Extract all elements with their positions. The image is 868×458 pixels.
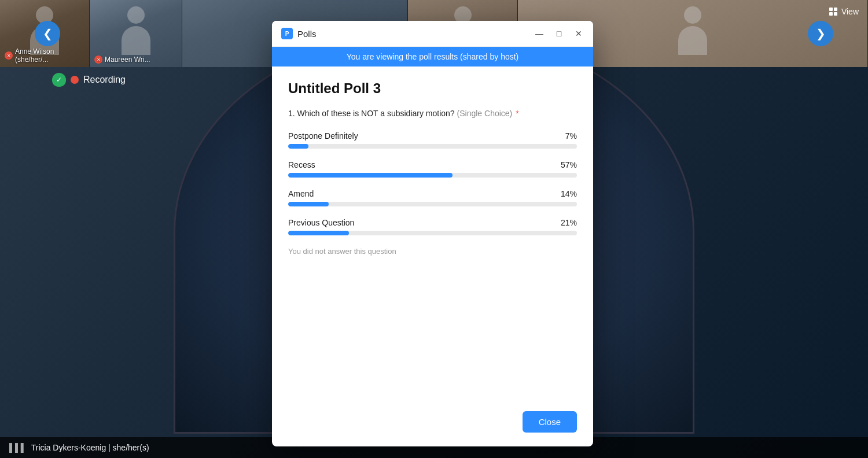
right-chevron-icon: ❯ bbox=[816, 27, 826, 40]
view-button[interactable]: View bbox=[829, 7, 859, 16]
view-label: View bbox=[841, 7, 859, 16]
option-row-4: Previous Question 21% bbox=[288, 218, 577, 227]
svg-rect-2 bbox=[829, 12, 833, 16]
minimize-button[interactable]: — bbox=[534, 28, 545, 39]
participant-name-maureen: Maureen Wri... bbox=[105, 56, 150, 64]
poll-option-1: Postpone Definitely 7% bbox=[288, 131, 577, 149]
view-icon bbox=[829, 7, 838, 16]
recording-label: Recording bbox=[83, 75, 126, 85]
option-percent-4: 21% bbox=[561, 218, 577, 227]
close-button[interactable]: Close bbox=[523, 411, 577, 433]
signal-icon: ▌▌▌ bbox=[9, 443, 27, 452]
maximize-button[interactable]: □ bbox=[554, 28, 564, 39]
svg-rect-1 bbox=[834, 8, 837, 11]
participant-tile-maureen: ✕ Maureen Wri... bbox=[90, 0, 182, 67]
poll-option-3: Amend 14% bbox=[288, 189, 577, 206]
question-type: (Single Choice) bbox=[457, 109, 513, 118]
recording-bar: ✓ Recording bbox=[52, 73, 126, 87]
progress-fill-1 bbox=[288, 144, 308, 149]
nav-arrow-left[interactable]: ❮ bbox=[35, 21, 60, 46]
participant-label-anne: ✕ Anne Wilson (she/her/... bbox=[5, 47, 89, 64]
person-body-5 bbox=[678, 26, 707, 55]
notification-bar: You are viewing the poll results (shared… bbox=[272, 47, 593, 67]
participant-name-anne: Anne Wilson (she/her/... bbox=[15, 47, 89, 64]
notification-text: You are viewing the poll results (shared… bbox=[347, 52, 519, 61]
progress-track-3 bbox=[288, 202, 577, 206]
left-chevron-icon: ❮ bbox=[43, 27, 53, 40]
progress-fill-4 bbox=[288, 231, 349, 235]
option-row-3: Amend 14% bbox=[288, 189, 577, 198]
question-label: 1. Which of these is NOT a subsidiary mo… bbox=[288, 109, 455, 118]
no-answer-text: You did not answer this question bbox=[288, 247, 577, 256]
poll-option-4: Previous Question 21% bbox=[288, 218, 577, 235]
option-label-2: Recess bbox=[288, 160, 315, 169]
option-percent-3: 14% bbox=[561, 189, 577, 198]
person-body-2 bbox=[122, 26, 150, 55]
person-silhouette-5 bbox=[675, 6, 710, 53]
question-text: 1. Which of these is NOT a subsidiary mo… bbox=[288, 108, 577, 120]
progress-fill-2 bbox=[288, 173, 453, 178]
tile-bg-maureen: ✕ Maureen Wri... bbox=[90, 0, 182, 67]
option-label-1: Postpone Definitely bbox=[288, 131, 358, 141]
option-percent-1: 7% bbox=[565, 131, 577, 141]
dialog-titlebar: P Polls — □ ✕ bbox=[272, 21, 593, 47]
svg-rect-3 bbox=[834, 12, 837, 16]
option-label-3: Amend bbox=[288, 189, 314, 198]
dialog-controls: — □ ✕ bbox=[534, 28, 584, 39]
person-head-5 bbox=[684, 6, 701, 24]
dialog-title-text: Polls bbox=[297, 29, 317, 39]
rec-dot bbox=[71, 76, 79, 84]
nav-arrow-right[interactable]: ❯ bbox=[808, 21, 833, 46]
shield-icon: ✓ bbox=[52, 73, 66, 87]
progress-track-2 bbox=[288, 173, 577, 178]
mic-off-icon-2: ✕ bbox=[94, 56, 102, 64]
poll-title: Untitled Poll 3 bbox=[288, 80, 577, 97]
dialog-title-left: P Polls bbox=[281, 28, 317, 39]
progress-track-1 bbox=[288, 144, 577, 149]
required-star: * bbox=[516, 109, 518, 118]
participant-label-maureen: ✕ Maureen Wri... bbox=[94, 56, 150, 64]
poll-option-2: Recess 57% bbox=[288, 160, 577, 178]
mic-off-icon: ✕ bbox=[5, 51, 13, 60]
dialog-footer: Close bbox=[272, 402, 593, 446]
option-percent-2: 57% bbox=[561, 160, 577, 169]
svg-rect-0 bbox=[829, 8, 833, 11]
bottom-name: Tricia Dykers-Koenig | she/her(s) bbox=[31, 443, 149, 452]
person-silhouette-2 bbox=[119, 6, 153, 53]
option-row-2: Recess 57% bbox=[288, 160, 577, 169]
person-head-2 bbox=[127, 6, 145, 24]
dialog-body: Untitled Poll 3 1. Which of these is NOT… bbox=[272, 67, 593, 402]
progress-track-4 bbox=[288, 231, 577, 235]
progress-fill-3 bbox=[288, 202, 329, 206]
zoom-polls-icon: P bbox=[281, 28, 293, 39]
option-label-4: Previous Question bbox=[288, 218, 354, 227]
polls-dialog: P Polls — □ ✕ You are viewing the poll r… bbox=[272, 21, 593, 446]
option-row-1: Postpone Definitely 7% bbox=[288, 131, 577, 141]
close-dialog-button[interactable]: ✕ bbox=[573, 28, 584, 39]
